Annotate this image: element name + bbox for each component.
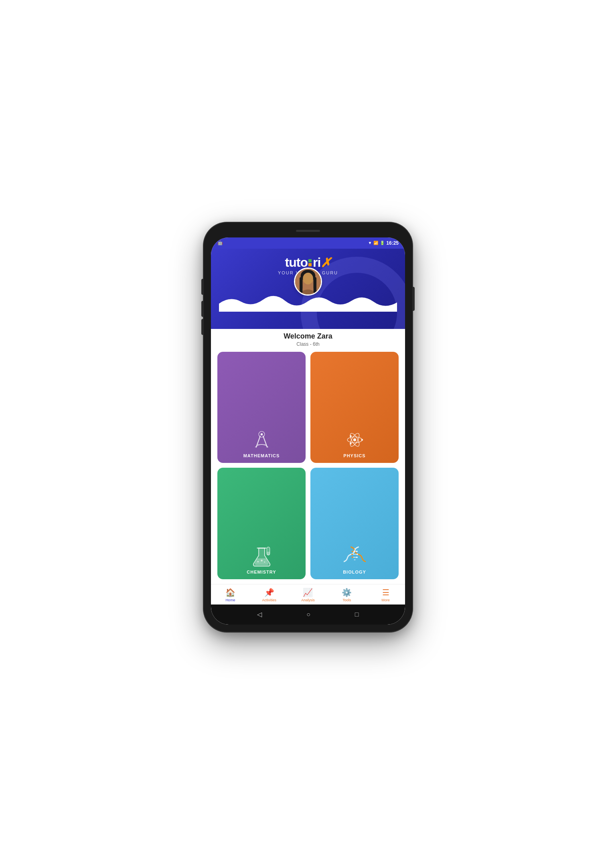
nav-item-analysis[interactable]: 📈 Analysis: [298, 588, 318, 602]
more-icon: ☰: [382, 588, 389, 597]
svg-point-34: [357, 554, 358, 555]
logo-dot-orange: [308, 263, 312, 266]
physics-icon: [344, 429, 366, 451]
nav-item-home[interactable]: 🏠 Home: [220, 588, 240, 602]
subject-card-chemistry[interactable]: CHEMISTRY: [217, 468, 306, 579]
bottom-nav: 🏠 Home 📌 Activities 📈 Analysis ⚙️ Tools: [211, 584, 405, 604]
svg-line-9: [256, 436, 260, 447]
home-label: Home: [225, 598, 235, 602]
wave-container: [219, 294, 397, 310]
welcome-class: Class - 6th: [296, 341, 319, 347]
android-icon: 🤖: [217, 240, 223, 245]
home-icon: 🏠: [225, 588, 235, 597]
earpiece: [296, 230, 320, 232]
svg-point-32: [356, 550, 358, 552]
page-wrapper: 🤖 ▼ 📶 🔋 16:25 tuto: [0, 0, 616, 854]
svg-rect-25: [267, 552, 270, 555]
logo-dots: [308, 259, 312, 266]
tools-label: Tools: [342, 598, 351, 602]
status-left: 🤖: [217, 240, 223, 245]
logo-dot-green: [308, 259, 312, 262]
svg-point-21: [257, 561, 259, 562]
activities-label: Activities: [262, 598, 276, 602]
screen: 🤖 ▼ 📶 🔋 16:25 tuto: [211, 237, 405, 625]
svg-point-33: [351, 554, 353, 555]
profile-section: Welcome Zara Class - 6th: [211, 329, 405, 352]
activities-icon: 📌: [264, 588, 274, 597]
svg-rect-7: [314, 277, 316, 293]
avatar-svg: [295, 269, 321, 294]
svg-point-17: [361, 439, 363, 441]
nav-item-more[interactable]: ☰ More: [376, 588, 396, 602]
math-label: MATHEMATICS: [243, 453, 280, 458]
nav-item-tools[interactable]: ⚙️ Tools: [337, 588, 357, 602]
back-button[interactable]: ◁: [257, 611, 262, 618]
avatar-face: [295, 269, 321, 294]
status-bar: 🤖 ▼ 📶 🔋 16:25: [211, 237, 405, 249]
avatar: [294, 268, 322, 296]
svg-point-31: [352, 550, 353, 552]
tools-icon: ⚙️: [342, 588, 352, 597]
svg-point-35: [352, 556, 353, 558]
signal-icon: 📶: [373, 241, 378, 245]
phone-shell: 🤖 ▼ 📶 🔋 16:25 tuto: [204, 223, 412, 632]
subjects-grid: MATHEMATICS: [211, 352, 405, 584]
biology-label: BIOLOGY: [343, 570, 366, 574]
subject-card-physics[interactable]: PHYSICS: [310, 352, 399, 463]
main-content: tuto ri ✗ Your Virtual Guru: [211, 249, 405, 625]
svg-line-10: [263, 436, 267, 447]
status-time: 16:25: [386, 240, 399, 246]
home-button[interactable]: ○: [306, 611, 310, 618]
status-right: ▼ 📶 🔋 16:25: [368, 240, 399, 246]
wifi-icon: ▼: [368, 241, 372, 245]
svg-point-12: [260, 433, 263, 436]
svg-point-4: [303, 272, 313, 284]
svg-point-19: [350, 435, 352, 437]
more-label: More: [381, 598, 390, 602]
logo-suffix: ri: [313, 255, 320, 270]
battery-icon: 🔋: [380, 241, 385, 245]
analysis-label: Analysis: [301, 598, 315, 602]
welcome-name: Welcome Zara: [284, 332, 332, 341]
physics-label: PHYSICS: [343, 453, 365, 458]
subject-card-math[interactable]: MATHEMATICS: [217, 352, 306, 463]
logo-x: ✗: [320, 255, 331, 270]
math-icon: [251, 429, 273, 451]
recent-button[interactable]: □: [355, 611, 359, 618]
svg-point-23: [264, 561, 265, 562]
svg-point-36: [356, 556, 358, 558]
svg-point-18: [350, 442, 352, 444]
nav-item-activities[interactable]: 📌 Activities: [259, 588, 279, 602]
cloud-wave-svg: [219, 294, 397, 312]
svg-point-22: [261, 560, 263, 562]
svg-point-13: [353, 438, 356, 441]
chemistry-icon: [251, 545, 273, 567]
subject-card-biology[interactable]: BIOLOGY: [310, 468, 399, 579]
biology-icon: [344, 545, 366, 567]
chemistry-label: CHEMISTRY: [247, 570, 276, 574]
svg-rect-6: [300, 277, 302, 293]
android-nav: ◁ ○ □: [211, 604, 405, 625]
analysis-icon: 📈: [303, 588, 313, 597]
hero-section: tuto ri ✗ Your Virtual Guru: [211, 249, 405, 329]
